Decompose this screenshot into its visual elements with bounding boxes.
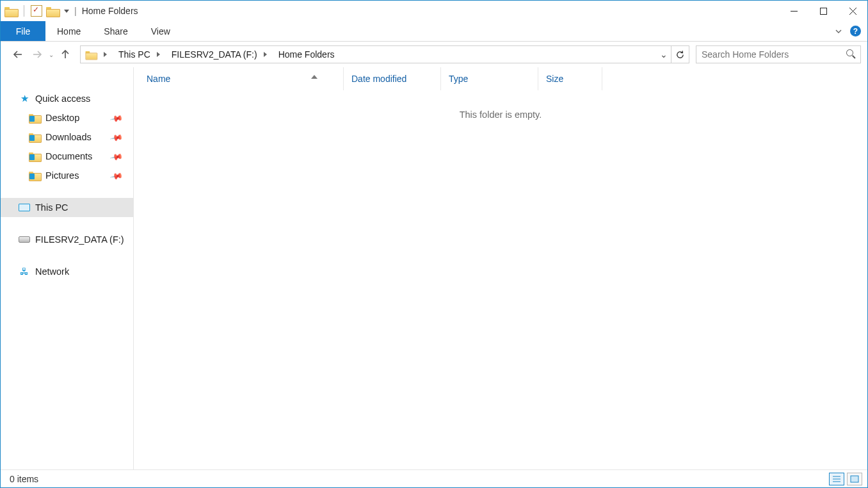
svg-rect-1: [820, 8, 826, 14]
nav-quick-access[interactable]: Quick access: [1, 89, 133, 108]
nav-label: This PC: [35, 202, 68, 213]
nav-documents[interactable]: Documents 📌: [1, 147, 133, 166]
forward-button[interactable]: [29, 46, 45, 63]
column-size[interactable]: Size: [538, 67, 602, 90]
properties-icon[interactable]: [31, 5, 42, 17]
breadcrumb-label: This PC: [116, 49, 153, 60]
address-bar[interactable]: This PC FILESRV2_DATA (F:) Home Folders …: [80, 45, 689, 63]
search-box[interactable]: [696, 45, 861, 63]
status-item-count: 0 items: [10, 474, 38, 484]
nav-label: Documents: [45, 151, 92, 161]
breadcrumb-current[interactable]: Home Folders: [276, 49, 337, 60]
pin-icon: 📌: [109, 111, 124, 124]
sort-ascending-icon: [311, 75, 317, 79]
pin-icon: 📌: [109, 168, 124, 182]
nav-network[interactable]: Network: [1, 262, 133, 281]
breadcrumb-label: Home Folders: [276, 49, 337, 60]
title-bar: | Home Folders: [1, 1, 867, 21]
navigation-pane: Quick access Desktop 📌 Downloads 📌 Docum…: [1, 67, 134, 469]
app-folder-icon[interactable]: [4, 6, 17, 16]
view-mode-toggles: [829, 473, 862, 485]
nav-desktop[interactable]: Desktop 📌: [1, 108, 133, 127]
star-icon: [19, 93, 30, 104]
tab-home[interactable]: Home: [45, 21, 92, 41]
content-area: Name Date modified Type Size This folder…: [134, 67, 867, 469]
maximize-button[interactable]: [808, 1, 838, 21]
empty-folder-message: This folder is empty.: [134, 110, 867, 120]
view-thumbnails-button[interactable]: [847, 473, 862, 485]
breadcrumb-label: FILESRV2_DATA (F:): [169, 49, 260, 60]
pin-icon: 📌: [109, 130, 124, 143]
chevron-right-icon: [157, 52, 165, 57]
column-label: Size: [546, 74, 563, 84]
nav-drive[interactable]: FILESRV2_DATA (F:): [1, 230, 133, 249]
tab-view[interactable]: View: [140, 21, 182, 41]
navigation-row: ⌄ This PC FILESRV2_DATA (F:) Home Folder…: [1, 42, 867, 67]
recent-locations-dropdown[interactable]: ⌄: [48, 51, 54, 58]
address-dropdown-icon[interactable]: ⌄: [657, 46, 671, 63]
monitor-icon: [19, 202, 30, 213]
pin-icon: 📌: [109, 149, 124, 163]
nav-this-pc[interactable]: This PC: [1, 198, 133, 217]
column-type[interactable]: Type: [441, 67, 538, 90]
column-label: Name: [147, 74, 170, 84]
search-icon[interactable]: [846, 49, 856, 60]
nav-label: Pictures: [45, 170, 79, 181]
ribbon-collapse-icon[interactable]: [833, 26, 844, 37]
window-title: Home Folders: [82, 6, 138, 16]
help-icon[interactable]: ?: [850, 26, 861, 37]
search-input[interactable]: [700, 49, 846, 60]
svg-rect-10: [851, 476, 858, 482]
breadcrumb-this-pc[interactable]: This PC: [116, 49, 169, 60]
nav-label: Network: [35, 266, 69, 277]
up-button[interactable]: [57, 46, 74, 63]
tab-share[interactable]: Share: [92, 21, 139, 41]
nav-label: Desktop: [45, 113, 79, 123]
column-headers: Name Date modified Type Size: [134, 67, 867, 90]
breadcrumb-root-chevron[interactable]: [100, 52, 116, 57]
title-separator: |: [74, 6, 77, 16]
breadcrumb-drive[interactable]: FILESRV2_DATA (F:): [169, 49, 276, 60]
ribbon-tabs: File Home Share View ?: [1, 21, 867, 42]
folder-icon: [29, 113, 40, 122]
column-label: Type: [449, 74, 468, 84]
close-button[interactable]: [838, 1, 867, 21]
drive-icon: [19, 236, 30, 243]
window-controls: [779, 1, 867, 21]
folder-icon: [29, 133, 40, 142]
qat-dropdown-icon[interactable]: [64, 10, 69, 13]
view-details-button[interactable]: [829, 473, 844, 485]
network-icon: [19, 266, 30, 277]
chevron-right-icon: [264, 52, 272, 57]
quick-access-toolbar: [4, 5, 69, 17]
column-name[interactable]: Name: [134, 67, 344, 90]
new-folder-icon[interactable]: [46, 6, 59, 16]
refresh-button[interactable]: [671, 46, 689, 63]
folder-icon: [29, 152, 40, 161]
back-button[interactable]: [10, 46, 26, 63]
separator: [24, 5, 24, 17]
nav-label: Downloads: [45, 132, 92, 142]
nav-label: FILESRV2_DATA (F:): [35, 234, 124, 245]
nav-label: Quick access: [35, 94, 90, 104]
nav-downloads[interactable]: Downloads 📌: [1, 127, 133, 147]
nav-pictures[interactable]: Pictures 📌: [1, 166, 133, 185]
folder-icon: [29, 171, 40, 180]
address-folder-icon: [86, 50, 97, 59]
minimize-button[interactable]: [779, 1, 808, 21]
status-bar: 0 items: [1, 469, 867, 487]
column-date-modified[interactable]: Date modified: [344, 67, 441, 90]
file-tab[interactable]: File: [1, 21, 45, 41]
column-label: Date modified: [351, 74, 406, 84]
